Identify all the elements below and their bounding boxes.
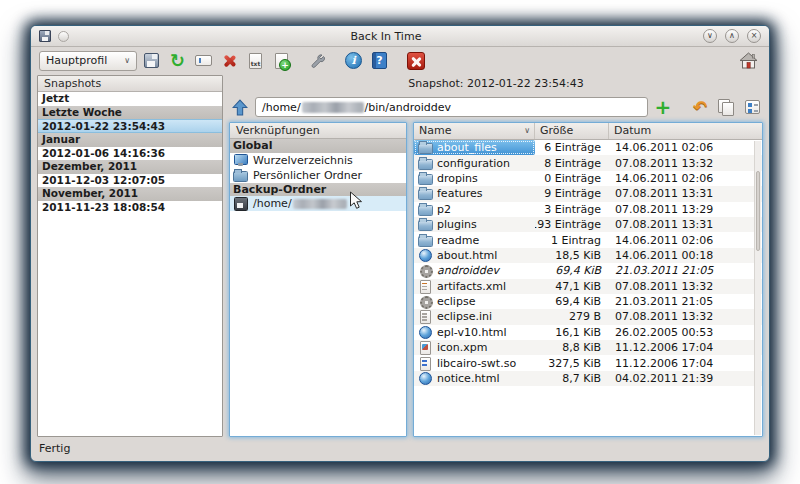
settings-button[interactable]: [306, 49, 329, 72]
places-item-home[interactable]: Persönlicher Ordner: [230, 168, 406, 183]
vertical-scrollbar[interactable]: [754, 141, 761, 435]
snapshot-details-button[interactable]: [741, 96, 763, 118]
file-name: p2: [437, 203, 451, 216]
snapshot-name-button[interactable]: [192, 49, 215, 72]
snapshot-group: Januar: [38, 133, 222, 147]
places-item-label: Wurzelverzeichnis: [253, 154, 353, 167]
table-row[interactable]: androiddev 69,4 KiB 21.03.2011 21:05: [414, 263, 762, 278]
table-row[interactable]: notice.html 8,7 KiB 04.02.2011 21:39: [414, 371, 762, 386]
table-row[interactable]: artifacts.xml 47,1 KiB 07.08.2011 13:32: [414, 279, 762, 294]
file-name: configuration: [437, 157, 510, 170]
html-file-icon: [418, 249, 433, 262]
table-row[interactable]: icon.xpm 8,8 KiB 11.12.2006 17:04: [414, 340, 762, 355]
file-date: 21.03.2011 21:05: [609, 263, 762, 278]
remove-snapshot-button[interactable]: [218, 49, 241, 72]
folder-icon: [418, 187, 433, 200]
redacted-username: [302, 102, 364, 113]
file-size: 18,5 KiB: [535, 248, 609, 263]
snapshot-item[interactable]: 2011-11-23 18:08:54: [38, 201, 222, 215]
minimize-button[interactable]: ∨: [703, 29, 717, 43]
table-row[interactable]: configuration 8 Einträge 07.08.2011 13:3…: [414, 155, 762, 170]
right-column: Snapshot: 2012-01-22 23:54:43 /home//bin…: [229, 75, 763, 437]
executable-icon: [418, 264, 433, 277]
file-size: 0 Einträge: [535, 171, 609, 186]
table-row[interactable]: about_files 6 Einträge 14.06.2011 02:06: [414, 140, 762, 155]
file-date: 11.12.2006 17:04: [609, 340, 762, 355]
snapshot-item[interactable]: Jetzt: [38, 92, 222, 106]
snapshots-header: Snapshots: [38, 76, 222, 92]
files-table-body: about_files 6 Einträge 14.06.2011 02:06 …: [414, 140, 762, 436]
app-icon: [39, 30, 51, 42]
column-header-name[interactable]: Name ∨: [414, 123, 535, 139]
new-document-icon: [275, 53, 288, 69]
file-name: icon.xpm: [437, 341, 488, 354]
quit-icon: [407, 52, 425, 70]
copy-icon: [718, 99, 734, 115]
file-date: 14.06.2011 00:18: [609, 248, 762, 263]
table-row[interactable]: libcairo-swt.so 327,5 KiB 11.12.2006 17:…: [414, 355, 762, 370]
root-folder-icon: [233, 154, 248, 167]
files-home-button[interactable]: [735, 49, 761, 73]
snapshots-list: Jetzt Letzte Woche 2012-01-22 23:54:43 J…: [38, 92, 222, 436]
folder-icon: [418, 141, 433, 154]
home-icon: [739, 52, 758, 69]
column-header-date[interactable]: Datum: [609, 123, 762, 139]
file-name: androiddev: [437, 264, 499, 277]
profile-select[interactable]: Hauptprofil ∨: [39, 51, 137, 71]
main-toolbar: Hauptprofil ∨ ↻ txt: [31, 47, 769, 74]
app-window: Back In Time ∨ ∧ × Hauptprofil ∨ ↻: [30, 25, 770, 462]
snapshot-group: Letzte Woche: [38, 106, 222, 120]
file-name: artifacts.xml: [437, 280, 506, 293]
file-size: 69,4 KiB: [535, 263, 609, 278]
file-name: plugins: [437, 218, 477, 231]
snapshot-item[interactable]: 2011-12-03 12:07:05: [38, 174, 222, 188]
table-row[interactable]: readme 1 Eintrag 14.06.2011 02:06: [414, 232, 762, 247]
path-input[interactable]: /home//bin/androiddev: [255, 97, 648, 117]
file-date: 07.08.2011 13:31: [609, 186, 762, 201]
quit-button[interactable]: [404, 49, 427, 72]
binary-file-icon: [418, 357, 433, 370]
backup-disk-icon: [233, 197, 248, 210]
table-row[interactable]: features 9 Einträge 07.08.2011 13:31: [414, 186, 762, 201]
add-favorite-button[interactable]: +: [652, 96, 674, 118]
close-button[interactable]: ×: [747, 29, 761, 43]
scrollbar-thumb[interactable]: [756, 171, 760, 251]
file-name: eclipse: [437, 295, 475, 308]
file-size: 16,1 KiB: [535, 325, 609, 340]
wrench-icon: [310, 53, 326, 69]
folder-icon: [418, 157, 433, 170]
file-size: 47,1 KiB: [535, 279, 609, 294]
places-group: Global: [230, 139, 406, 153]
places-item-root[interactable]: Wurzelverzeichnis: [230, 153, 406, 168]
folder-icon: [418, 218, 433, 231]
titlebar-extra-button[interactable]: [58, 31, 69, 42]
table-row[interactable]: eclipse 69,4 KiB 21.03.2011 21:05: [414, 294, 762, 309]
help-button[interactable]: ?: [368, 49, 391, 72]
titlebar[interactable]: Back In Time ∨ ∧ ×: [31, 26, 769, 47]
table-row[interactable]: dropins 0 Einträge 14.06.2011 02:06: [414, 171, 762, 186]
maximize-button[interactable]: ∧: [725, 29, 739, 43]
status-bar: Fertig: [31, 439, 769, 461]
table-row[interactable]: epl-v10.html 16,1 KiB 26.02.2005 00:53: [414, 325, 762, 340]
restore-button[interactable]: ↶: [689, 96, 711, 118]
snapshot-item-selected[interactable]: 2012-01-22 23:54:43: [38, 119, 222, 133]
file-size: 327,5 KiB: [535, 355, 609, 370]
about-button[interactable]: i: [342, 49, 365, 72]
take-snapshot-button[interactable]: [140, 49, 163, 72]
snapshot-item[interactable]: 2012-01-06 14:16:36: [38, 147, 222, 161]
file-date: 07.08.2011 13:32: [609, 309, 762, 324]
table-row[interactable]: plugins 193 Einträge 07.08.2011 13:31: [414, 217, 762, 232]
snapshot-log-button[interactable]: txt: [244, 49, 267, 72]
new-snapshot-button[interactable]: [270, 49, 293, 72]
go-up-button[interactable]: [229, 96, 251, 118]
table-row[interactable]: about.html 18,5 KiB 14.06.2011 00:18: [414, 248, 762, 263]
table-row[interactable]: p2 3 Einträge 07.08.2011 13:29: [414, 202, 762, 217]
refresh-snapshots-button[interactable]: ↻: [166, 49, 189, 72]
column-header-size[interactable]: Größe: [535, 123, 609, 139]
file-date: 14.06.2011 02:06: [609, 171, 762, 186]
snapshot-group: November, 2011: [38, 187, 222, 201]
path-prefix: /home/: [262, 101, 301, 114]
places-item-backup[interactable]: /home/: [230, 196, 406, 211]
copy-button[interactable]: [715, 96, 737, 118]
table-row[interactable]: eclipse.ini 279 B 07.08.2011 13:32: [414, 309, 762, 324]
